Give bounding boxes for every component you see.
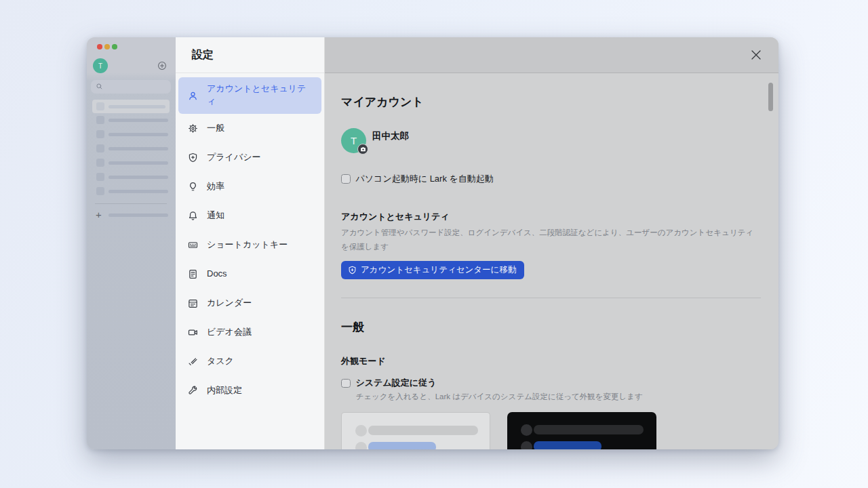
- security-center-button[interactable]: アカウントセキュリティセンターに移動: [341, 261, 524, 279]
- gear-icon: [188, 123, 198, 134]
- skeleton-list-item: [87, 116, 176, 130]
- scrollbar-thumb[interactable]: [768, 83, 773, 111]
- add-icon[interactable]: [157, 61, 167, 70]
- traffic-light-zoom[interactable]: [112, 44, 117, 49]
- skeleton-list-item: [87, 173, 176, 187]
- security-heading: アカウントとセキュリティ: [341, 211, 761, 223]
- settings-nav-list: アカウントとセキュリティ一般プライバシー効率通知ショートカットキーDocsカレン…: [176, 73, 324, 405]
- sidebar-divider: [95, 203, 167, 204]
- bell-icon: [188, 211, 198, 221]
- settings-nav-item-label: Docs: [207, 268, 310, 281]
- settings-nav-item-shortcut-keys[interactable]: ショートカットキー: [178, 230, 321, 260]
- document-icon: [188, 269, 198, 279]
- section-divider: [341, 298, 761, 298]
- settings-nav-item-label: ビデオ会議: [207, 326, 310, 339]
- lightbulb-icon: [188, 182, 198, 192]
- follow-system-row: システム設定に従う: [341, 377, 761, 389]
- settings-nav-item-tasks[interactable]: タスク: [178, 347, 321, 376]
- settings-content-header: [325, 37, 778, 73]
- security-description: アカウント管理やパスワード設定、ログインデバイス、二段階認証などにより、ユーザー…: [341, 226, 761, 253]
- conversation-item-selected[interactable]: [92, 100, 170, 113]
- settings-nav-item-label: プライバシー: [207, 151, 310, 164]
- autostart-label: パソコン起動時に Lark を自動起動: [356, 173, 494, 185]
- profile-row: T 田中太郎: [341, 128, 761, 153]
- user-icon: [188, 91, 198, 101]
- settings-nav-item-label: 一般: [207, 122, 310, 135]
- skeleton-avatar: [96, 102, 104, 110]
- theme-cards: ライト ダーク: [341, 412, 761, 449]
- keyboard-icon: [188, 240, 198, 250]
- tasks-icon: [188, 357, 198, 367]
- autostart-checkbox[interactable]: [341, 174, 351, 184]
- skeleton-text: [108, 214, 168, 217]
- skeleton-list-item: [87, 144, 176, 159]
- settings-nav-item-label: アカウントとセキュリティ: [207, 83, 310, 108]
- app-sidebar: T +: [87, 37, 176, 449]
- camera-icon[interactable]: [357, 144, 368, 155]
- settings-nav-item-docs[interactable]: Docs: [178, 260, 321, 289]
- settings-nav-item-video-meetings[interactable]: ビデオ会議: [178, 318, 321, 347]
- skeleton-list-item: [87, 159, 176, 173]
- follow-system-checkbox[interactable]: [341, 379, 351, 388]
- shield-plus-icon: [188, 152, 198, 163]
- plus-icon: +: [96, 209, 102, 220]
- follow-system-description: チェックを入れると、Lark はデバイスのシステム設定に従って外観を変更します: [356, 392, 762, 402]
- wrench-icon: [188, 386, 198, 396]
- skeleton-text: [108, 105, 165, 108]
- search-icon: [96, 81, 103, 93]
- settings-nav-item-label: 効率: [207, 180, 310, 193]
- light-theme-preview: [342, 413, 490, 449]
- avatar[interactable]: T: [93, 58, 108, 73]
- traffic-light-minimize[interactable]: [104, 44, 110, 49]
- settings-nav-item-calendar[interactable]: カレンダー: [178, 289, 321, 318]
- lark-window: T + 設定 アカウントとセキュリティ一般プライバシー効率通知ショートカットキー…: [87, 37, 778, 449]
- video-camera-icon: [188, 327, 198, 338]
- avatar-letter: T: [351, 135, 357, 146]
- settings-nav-item-account-security[interactable]: アカウントとセキュリティ: [178, 77, 321, 114]
- autostart-row: パソコン起動時に Lark を自動起動: [341, 173, 761, 185]
- user-name: 田中太郎: [372, 130, 409, 142]
- calendar-icon: [188, 298, 198, 308]
- appearance-mode-heading: 外観モード: [341, 355, 761, 367]
- light-theme-card[interactable]: ライト: [341, 412, 490, 449]
- avatar[interactable]: T: [341, 128, 366, 153]
- settings-nav-item-label: ショートカットキー: [207, 239, 310, 251]
- settings-title: 設定: [176, 37, 324, 73]
- dark-theme-card[interactable]: ダーク: [507, 412, 656, 449]
- settings-content-body: マイアカウント T 田中太郎 パソコン起動時に Lark を自動起動 アカウント…: [325, 94, 778, 449]
- settings-nav-item-general[interactable]: 一般: [178, 114, 321, 143]
- skeleton-list-item: [87, 130, 176, 144]
- settings-nav-item-label: 内部設定: [207, 384, 310, 397]
- shield-plus-icon: [348, 266, 357, 274]
- settings-nav-item-notifications[interactable]: 通知: [178, 201, 321, 230]
- settings-sidebar: 設定 アカウントとセキュリティ一般プライバシー効率通知ショートカットキーDocs…: [176, 37, 325, 449]
- skeleton-list-item: [87, 187, 176, 201]
- traffic-light-close[interactable]: [97, 44, 102, 49]
- settings-modal: 設定 アカウントとセキュリティ一般プライバシー効率通知ショートカットキーDocs…: [176, 37, 778, 449]
- conversation-skeleton-list: [87, 116, 176, 201]
- settings-nav-item-label: 通知: [207, 209, 310, 222]
- settings-nav-item-efficiency[interactable]: 効率: [178, 172, 321, 201]
- settings-nav-item-internal-settings[interactable]: 内部設定: [178, 376, 321, 405]
- settings-content: マイアカウント T 田中太郎 パソコン起動時に Lark を自動起動 アカウント…: [325, 37, 778, 449]
- settings-nav-item-label: カレンダー: [207, 297, 310, 310]
- my-account-heading: マイアカウント: [341, 94, 761, 110]
- close-icon[interactable]: [751, 49, 762, 60]
- security-center-button-label: アカウントセキュリティセンターに移動: [361, 264, 516, 276]
- general-heading: 一般: [341, 319, 761, 335]
- search-input[interactable]: [91, 80, 171, 94]
- settings-nav-item-label: タスク: [207, 355, 310, 368]
- follow-system-label: システム設定に従う: [356, 377, 437, 389]
- dark-theme-preview: [507, 412, 656, 449]
- new-item-row[interactable]: +: [87, 209, 176, 221]
- settings-nav-item-privacy[interactable]: プライバシー: [178, 143, 321, 172]
